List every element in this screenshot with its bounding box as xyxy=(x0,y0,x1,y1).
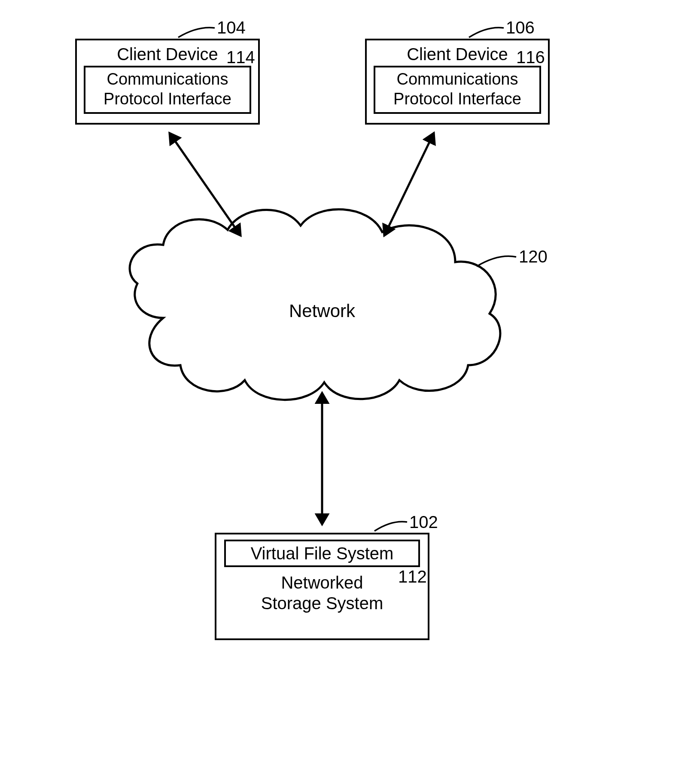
client-right-inner-box: Communications Protocol Interface xyxy=(374,66,541,114)
storage-inner-text: Virtual File System xyxy=(251,544,394,563)
storage-inner-box: Virtual File System xyxy=(224,540,420,567)
ref-112: 112 xyxy=(398,567,427,586)
storage-title-line2: Storage System xyxy=(216,593,428,613)
storage-box: Virtual File System Networked Storage Sy… xyxy=(215,533,429,640)
storage-title-line1: Networked xyxy=(216,572,428,593)
leader-102 xyxy=(374,522,407,531)
ref-114: 114 xyxy=(226,48,255,67)
diagram-stage: { "refs": { "client_left_outer": "104", … xyxy=(0,0,700,760)
arrow-client-right-cloud xyxy=(384,133,434,235)
ref-106: 106 xyxy=(506,18,535,37)
storage-title: Networked Storage System xyxy=(216,572,428,613)
leader-120 xyxy=(477,256,516,266)
client-right-inner-line2: Protocol Interface xyxy=(376,89,539,109)
ref-116: 116 xyxy=(516,48,545,67)
client-left-inner-box: Communications Protocol Interface xyxy=(84,66,251,114)
cloud-label: Network xyxy=(266,301,378,321)
leader-104 xyxy=(178,27,215,37)
ref-104: 104 xyxy=(217,18,246,37)
client-left-inner-line2: Protocol Interface xyxy=(86,89,249,109)
ref-102: 102 xyxy=(409,513,438,532)
client-left-inner-line1: Communications xyxy=(86,69,249,89)
ref-120: 120 xyxy=(519,247,548,266)
leader-106 xyxy=(469,27,504,37)
client-right-inner-line1: Communications xyxy=(376,69,539,89)
arrow-client-left-cloud xyxy=(170,133,240,235)
